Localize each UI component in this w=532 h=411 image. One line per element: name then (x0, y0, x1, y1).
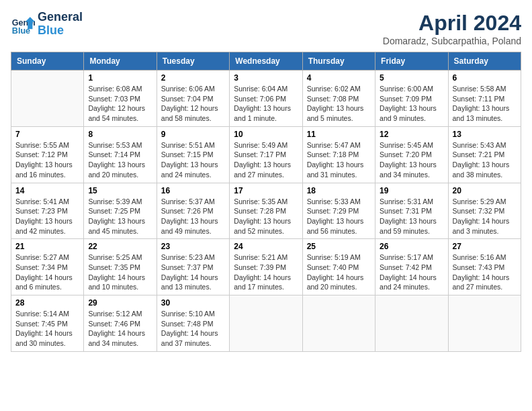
day-number: 12 (380, 130, 443, 139)
day-number: 29 (88, 298, 152, 308)
day-number: 20 (453, 186, 517, 195)
calendar-cell: 6Sunrise: 5:58 AMSunset: 7:11 PMDaylight… (448, 71, 521, 127)
calendar-week-row: 28Sunrise: 5:14 AMSunset: 7:45 PMDayligh… (11, 295, 521, 352)
calendar-cell: 28Sunrise: 5:14 AMSunset: 7:45 PMDayligh… (11, 295, 84, 352)
day-number: 14 (15, 186, 79, 195)
day-number: 19 (380, 186, 443, 195)
day-number: 21 (15, 242, 79, 251)
day-number: 24 (234, 242, 298, 251)
day-number: 9 (161, 130, 225, 139)
day-number: 16 (161, 186, 225, 195)
day-info: Sunrise: 6:06 AMSunset: 7:04 PMDaylight:… (161, 84, 225, 124)
day-info: Sunrise: 5:10 AMSunset: 7:48 PMDaylight:… (161, 309, 225, 349)
calendar-cell: 20Sunrise: 5:29 AMSunset: 7:32 PMDayligh… (448, 183, 521, 239)
calendar-cell (375, 295, 448, 352)
day-info: Sunrise: 5:47 AMSunset: 7:18 PMDaylight:… (307, 140, 371, 180)
calendar-week-row: 14Sunrise: 5:41 AMSunset: 7:23 PMDayligh… (11, 183, 521, 239)
day-info: Sunrise: 5:41 AMSunset: 7:23 PMDaylight:… (15, 197, 79, 236)
day-number: 3 (234, 73, 298, 83)
calendar-cell: 25Sunrise: 5:19 AMSunset: 7:40 PMDayligh… (302, 239, 375, 295)
calendar-cell: 24Sunrise: 5:21 AMSunset: 7:39 PMDayligh… (230, 239, 302, 295)
day-info: Sunrise: 5:49 AMSunset: 7:17 PMDaylight:… (234, 140, 298, 180)
day-number: 26 (380, 242, 443, 251)
day-number: 25 (307, 242, 371, 251)
day-info: Sunrise: 5:45 AMSunset: 7:20 PMDaylight:… (380, 140, 443, 180)
day-info: Sunrise: 5:33 AMSunset: 7:29 PMDaylight:… (307, 197, 371, 236)
calendar-cell: 22Sunrise: 5:25 AMSunset: 7:35 PMDayligh… (84, 239, 157, 295)
day-number: 28 (15, 298, 79, 308)
calendar-cell: 27Sunrise: 5:16 AMSunset: 7:43 PMDayligh… (448, 239, 521, 295)
day-info: Sunrise: 5:51 AMSunset: 7:15 PMDaylight:… (161, 140, 225, 180)
weekday-header-friday: Friday (375, 52, 448, 71)
day-info: Sunrise: 5:35 AMSunset: 7:28 PMDaylight:… (234, 197, 298, 236)
calendar-cell: 2Sunrise: 6:06 AMSunset: 7:04 PMDaylight… (157, 71, 229, 127)
weekday-header-monday: Monday (84, 52, 157, 71)
title-block: April 2024 Domaradz, Subcarpathia, Polan… (383, 11, 521, 46)
day-number: 23 (161, 242, 225, 251)
day-info: Sunrise: 6:08 AMSunset: 7:03 PMDaylight:… (88, 84, 152, 124)
day-number: 18 (307, 186, 371, 195)
day-info: Sunrise: 6:02 AMSunset: 7:08 PMDaylight:… (307, 84, 371, 124)
logo-text: General Blue (38, 11, 83, 38)
weekday-header-row: SundayMondayTuesdayWednesdayThursdayFrid… (11, 52, 521, 71)
logo-icon: General Blue (11, 12, 35, 36)
day-number: 8 (88, 130, 152, 139)
calendar-cell: 9Sunrise: 5:51 AMSunset: 7:15 PMDaylight… (157, 126, 229, 183)
calendar-cell: 21Sunrise: 5:27 AMSunset: 7:34 PMDayligh… (11, 239, 84, 295)
calendar-cell: 16Sunrise: 5:37 AMSunset: 7:26 PMDayligh… (157, 183, 229, 239)
day-info: Sunrise: 5:53 AMSunset: 7:14 PMDaylight:… (88, 140, 152, 180)
calendar-cell: 29Sunrise: 5:12 AMSunset: 7:46 PMDayligh… (84, 295, 157, 352)
calendar-cell: 13Sunrise: 5:43 AMSunset: 7:21 PMDayligh… (448, 126, 521, 183)
day-number: 13 (453, 130, 517, 139)
day-info: Sunrise: 5:29 AMSunset: 7:32 PMDaylight:… (453, 197, 517, 236)
day-info: Sunrise: 5:43 AMSunset: 7:21 PMDaylight:… (453, 140, 517, 180)
day-number: 11 (307, 130, 371, 139)
day-info: Sunrise: 5:17 AMSunset: 7:42 PMDaylight:… (380, 253, 443, 292)
day-number: 17 (234, 186, 298, 195)
page-header: General Blue General Blue April 2024 Dom… (11, 11, 521, 46)
day-info: Sunrise: 5:31 AMSunset: 7:31 PMDaylight:… (380, 197, 443, 236)
day-info: Sunrise: 5:27 AMSunset: 7:34 PMDaylight:… (15, 253, 79, 292)
day-info: Sunrise: 5:37 AMSunset: 7:26 PMDaylight:… (161, 197, 225, 236)
day-number: 10 (234, 130, 298, 139)
calendar-cell (230, 295, 302, 352)
calendar-cell: 19Sunrise: 5:31 AMSunset: 7:31 PMDayligh… (375, 183, 448, 239)
calendar-cell (448, 295, 521, 352)
weekday-header-sunday: Sunday (11, 52, 84, 71)
svg-text:Blue: Blue (12, 26, 30, 36)
calendar-cell: 12Sunrise: 5:45 AMSunset: 7:20 PMDayligh… (375, 126, 448, 183)
day-number: 1 (88, 73, 152, 83)
location-subtitle: Domaradz, Subcarpathia, Poland (383, 36, 521, 46)
calendar-cell: 10Sunrise: 5:49 AMSunset: 7:17 PMDayligh… (230, 126, 302, 183)
day-info: Sunrise: 5:19 AMSunset: 7:40 PMDaylight:… (307, 253, 371, 292)
day-number: 27 (453, 242, 517, 251)
calendar-cell: 8Sunrise: 5:53 AMSunset: 7:14 PMDaylight… (84, 126, 157, 183)
calendar-cell: 18Sunrise: 5:33 AMSunset: 7:29 PMDayligh… (302, 183, 375, 239)
calendar-cell: 3Sunrise: 6:04 AMSunset: 7:06 PMDaylight… (230, 71, 302, 127)
day-number: 4 (307, 73, 371, 83)
weekday-header-tuesday: Tuesday (157, 52, 229, 71)
calendar-cell: 14Sunrise: 5:41 AMSunset: 7:23 PMDayligh… (11, 183, 84, 239)
month-title: April 2024 (383, 11, 521, 36)
day-info: Sunrise: 5:25 AMSunset: 7:35 PMDaylight:… (88, 253, 152, 292)
logo: General Blue General Blue (11, 11, 83, 38)
day-number: 30 (161, 298, 225, 308)
day-info: Sunrise: 5:58 AMSunset: 7:11 PMDaylight:… (453, 84, 517, 124)
day-number: 7 (15, 130, 79, 139)
weekday-header-saturday: Saturday (448, 52, 521, 71)
calendar-cell: 17Sunrise: 5:35 AMSunset: 7:28 PMDayligh… (230, 183, 302, 239)
calendar-cell (11, 71, 84, 127)
calendar-cell: 4Sunrise: 6:02 AMSunset: 7:08 PMDaylight… (302, 71, 375, 127)
day-info: Sunrise: 5:23 AMSunset: 7:37 PMDaylight:… (161, 253, 225, 292)
day-number: 6 (453, 73, 517, 83)
calendar-cell: 1Sunrise: 6:08 AMSunset: 7:03 PMDaylight… (84, 71, 157, 127)
day-number: 22 (88, 242, 152, 251)
calendar-cell: 7Sunrise: 5:55 AMSunset: 7:12 PMDaylight… (11, 126, 84, 183)
calendar-cell: 30Sunrise: 5:10 AMSunset: 7:48 PMDayligh… (157, 295, 229, 352)
calendar-cell: 15Sunrise: 5:39 AMSunset: 7:25 PMDayligh… (84, 183, 157, 239)
day-info: Sunrise: 5:16 AMSunset: 7:43 PMDaylight:… (453, 253, 517, 292)
calendar-week-row: 1Sunrise: 6:08 AMSunset: 7:03 PMDaylight… (11, 71, 521, 127)
day-info: Sunrise: 6:04 AMSunset: 7:06 PMDaylight:… (234, 84, 298, 124)
day-info: Sunrise: 5:39 AMSunset: 7:25 PMDaylight:… (88, 197, 152, 236)
calendar-week-row: 7Sunrise: 5:55 AMSunset: 7:12 PMDaylight… (11, 126, 521, 183)
